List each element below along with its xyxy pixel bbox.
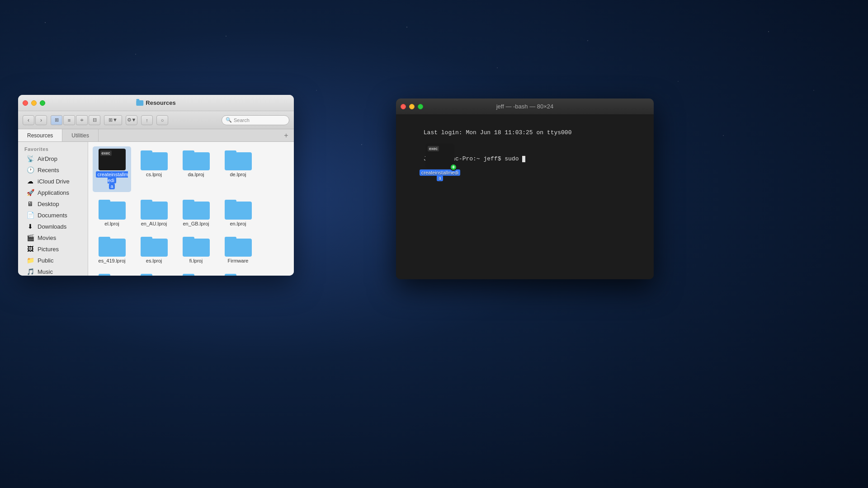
- folder-icon: [141, 272, 168, 276]
- minimize-button[interactable]: [31, 100, 37, 106]
- applications-label: Applications: [38, 189, 69, 196]
- sidebar-item-public[interactable]: 📁 Public: [20, 255, 86, 266]
- finder-titlebar: Resources: [18, 95, 294, 111]
- file-item-el[interactable]: el.lproj: [93, 196, 131, 229]
- sidebar-item-applications[interactable]: 🚀 Applications: [20, 187, 86, 198]
- search-box[interactable]: 🔍 Search: [222, 115, 289, 125]
- window-controls: [23, 100, 45, 106]
- file-item-da[interactable]: da.lproj: [177, 146, 215, 192]
- exec-icon: exec: [99, 149, 126, 170]
- folder-icon: [99, 198, 126, 220]
- pictures-icon: 🖼: [26, 245, 34, 253]
- icloud-label: iCloud Drive: [38, 178, 70, 185]
- file-item-es[interactable]: es.lproj: [135, 233, 173, 266]
- column-view-button[interactable]: ⫩: [76, 115, 88, 125]
- tab-utilities[interactable]: Utilities: [62, 129, 99, 141]
- folder-icon: [141, 149, 168, 170]
- file-item-partial1[interactable]: [219, 270, 257, 276]
- search-icon: 🔍: [226, 117, 232, 123]
- desktop-dragged-item[interactable]: exec + createinstallmedi a: [420, 144, 460, 181]
- sidebar-item-music[interactable]: 🎵 Music: [20, 266, 86, 276]
- music-label: Music: [38, 268, 53, 275]
- terminal-controls: [401, 104, 423, 109]
- sidebar-item-desktop[interactable]: 🖥 Desktop: [20, 198, 86, 209]
- back-button[interactable]: ‹: [23, 115, 34, 125]
- terminal-close-button[interactable]: [401, 104, 406, 109]
- terminal-text: Last login: Mon Jun 18 11:03:25 on ttys0…: [424, 129, 572, 136]
- file-item-de[interactable]: de.lproj: [219, 146, 257, 192]
- sidebar-item-icloud[interactable]: ☁ iCloud Drive: [20, 176, 86, 187]
- finder-tab-bar: Resources Utilities +: [18, 129, 294, 142]
- airdrop-icon: 📡: [26, 155, 34, 162]
- terminal-cursor: [522, 156, 525, 162]
- file-name: Firmware: [228, 258, 249, 264]
- file-name: fi.lproj: [189, 258, 203, 264]
- folder-icon: [183, 272, 210, 276]
- folder-icon: [99, 235, 126, 257]
- sidebar-item-movies[interactable]: 🎬 Movies: [20, 232, 86, 243]
- file-name: en.lproj: [230, 221, 246, 227]
- applications-icon: 🚀: [26, 189, 34, 196]
- terminal-body[interactable]: Last login: Mon Jun 18 11:03:25 on ttys0…: [396, 115, 654, 279]
- file-item-en[interactable]: en.lproj: [219, 196, 257, 229]
- icon-view-button[interactable]: ⊞: [51, 115, 62, 125]
- favorites-section-label: Favorites: [18, 145, 88, 153]
- file-item-es419[interactable]: es_419.lproj: [93, 233, 131, 266]
- desktop-icon: 🖥: [26, 200, 34, 207]
- forward-button[interactable]: ›: [35, 115, 47, 125]
- sidebar-item-airdrop[interactable]: 📡 AirDrop: [20, 153, 86, 164]
- finder-body: Favorites 📡 AirDrop 🕐 Recents ☁ iCloud D…: [18, 142, 294, 276]
- movies-icon: 🎬: [26, 234, 34, 241]
- file-item-he[interactable]: he.lproj: [177, 270, 215, 276]
- public-label: Public: [38, 257, 53, 264]
- file-item-firmware[interactable]: Firmware: [219, 233, 257, 266]
- file-area[interactable]: exec createinstallmedi a cs.lproj: [88, 142, 294, 276]
- folder-icon: [183, 198, 210, 220]
- folder-icon: [99, 272, 126, 276]
- music-icon: 🎵: [26, 268, 34, 275]
- finder-title: Resources: [136, 99, 175, 106]
- terminal-minimize-button[interactable]: [409, 104, 415, 109]
- file-item-en-au[interactable]: en_AU.lproj: [135, 196, 173, 229]
- folder-icon: [225, 198, 252, 220]
- tab-add-button[interactable]: +: [281, 131, 291, 141]
- finder-toolbar: ‹ › ⊞ ≡ ⫩ ⊟ ⊞▼ ⚙▼ ↑ ○ 🔍 Search: [18, 111, 294, 129]
- file-item-fr[interactable]: fr.lproj: [135, 270, 173, 276]
- file-item-createinstallmedia[interactable]: exec createinstallmedi a: [93, 146, 131, 192]
- file-grid: exec createinstallmedi a cs.lproj: [93, 146, 289, 276]
- list-view-button[interactable]: ≡: [63, 115, 75, 125]
- folder-icon: [183, 149, 210, 170]
- pictures-label: Pictures: [38, 246, 59, 253]
- close-button[interactable]: [23, 100, 28, 106]
- nav-buttons: ‹ ›: [23, 115, 47, 125]
- terminal-maximize-button[interactable]: [418, 104, 423, 109]
- gallery-view-button[interactable]: ⊟: [89, 115, 100, 125]
- file-item-en-gb[interactable]: en_GB.lproj: [177, 196, 215, 229]
- sidebar-item-pictures[interactable]: 🖼 Pictures: [20, 244, 86, 254]
- tab-resources[interactable]: Resources: [18, 129, 62, 141]
- file-item-fi[interactable]: fi.lproj: [177, 233, 215, 266]
- downloads-label: Downloads: [38, 223, 66, 230]
- file-name: es_419.lproj: [99, 258, 126, 264]
- folder-icon: [183, 235, 210, 257]
- file-name: en_GB.lproj: [183, 221, 209, 227]
- file-item-fr-ca[interactable]: fr_CA.lproj: [93, 270, 131, 276]
- sidebar-item-downloads[interactable]: ⬇ Downloads: [20, 221, 86, 232]
- sidebar-item-documents[interactable]: 📄 Documents: [20, 210, 86, 221]
- downloads-icon: ⬇: [26, 223, 34, 230]
- folder-icon: [225, 149, 252, 170]
- recents-icon: 🕐: [26, 166, 34, 174]
- action-button[interactable]: ⚙▼: [126, 115, 137, 125]
- terminal-line-1: Last login: Mon Jun 18 11:03:25 on ttys0…: [402, 119, 647, 146]
- terminal-titlebar: jeff — -bash — 80×24: [396, 99, 654, 115]
- maximize-button[interactable]: [40, 100, 45, 106]
- arrange-button[interactable]: ⊞▼: [104, 115, 122, 125]
- sidebar-item-recents[interactable]: 🕐 Recents: [20, 164, 86, 175]
- file-name: de.lproj: [230, 172, 246, 178]
- tag-button[interactable]: ○: [156, 115, 168, 125]
- public-icon: 📁: [26, 257, 34, 264]
- documents-label: Documents: [38, 212, 67, 219]
- share-button[interactable]: ↑: [141, 115, 153, 125]
- file-item-cs[interactable]: cs.lproj: [135, 146, 173, 192]
- desktop-label: Desktop: [38, 201, 59, 207]
